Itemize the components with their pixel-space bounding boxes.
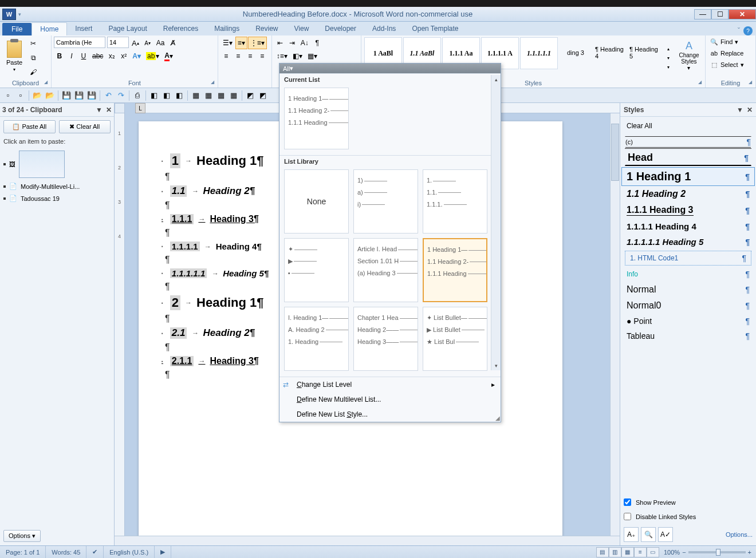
ribbon-minimize-icon[interactable]: ˇ (738, 27, 740, 35)
style-item-0[interactable]: (c)¶ (625, 136, 751, 149)
multilevel-list-button[interactable]: ⋮≡▾ (248, 37, 267, 49)
vertical-ruler[interactable]: 1234 (115, 113, 125, 536)
popup-menu-define-new-list-style-[interactable]: Define New List Style... (279, 407, 501, 422)
ribbon-tab-open-template[interactable]: Open Template (404, 22, 466, 35)
horizontal-scrollbar[interactable] (115, 536, 620, 545)
font-size-input[interactable] (107, 37, 129, 48)
ribbon-tab-page-layout[interactable]: Page Layout (100, 22, 155, 35)
style-heading-2[interactable]: ¶ Heading 5 (627, 37, 662, 69)
style-item-3[interactable]: 1.1 Heading 2¶ (621, 186, 755, 202)
ribbon-tab-references[interactable]: References (155, 22, 206, 35)
file-tab[interactable]: File (2, 23, 32, 35)
grow-font-button[interactable]: A▴ (129, 37, 141, 49)
align-right-button[interactable]: ≡ (245, 50, 256, 62)
clipboard-options-button[interactable]: Options ▾ (3, 530, 41, 542)
clipboard-item-2[interactable]: 📄Tadoussac 19 (0, 192, 114, 204)
highlight-button[interactable]: ab▾ (144, 50, 162, 62)
font-name-input[interactable] (54, 37, 105, 48)
qat-new[interactable]: ▫ (2, 90, 14, 101)
list-library-item-3[interactable]: ✦▶▪ (284, 238, 349, 302)
list-library-item-6[interactable]: I. Heading 1—A. Heading 21. Heading (284, 307, 349, 371)
ribbon-tab-add-ins[interactable]: Add-Ins (364, 22, 404, 35)
underline-button[interactable]: U (78, 50, 89, 62)
cut-button[interactable]: ✂ (27, 37, 39, 50)
qat-new2[interactable]: ▫ (15, 90, 26, 101)
ribbon-tab-home[interactable]: Home (32, 22, 67, 35)
qat-redo[interactable]: ↷ (115, 90, 127, 101)
replace-button[interactable]: abReplace (708, 48, 753, 58)
qat-b5[interactable]: ▦ (203, 90, 214, 101)
disable-linked-checkbox[interactable] (624, 513, 631, 520)
style-inspector-button[interactable]: 🔍 (641, 527, 656, 542)
shrink-font-button[interactable]: A▾ (142, 37, 153, 49)
zoom-out-button[interactable]: − (682, 549, 686, 556)
paste-button[interactable]: Paste▾ (2, 37, 26, 76)
minimize-button[interactable]: — (694, 9, 711, 19)
popup-menu-define-new-multilevel-list-[interactable]: Define New Multilevel List... (279, 392, 501, 407)
status-language[interactable]: English (U.S.) (104, 546, 155, 558)
justify-button[interactable]: ≡ (257, 50, 268, 62)
align-center-button[interactable]: ≡ (233, 50, 244, 62)
styles-scroll-down[interactable]: ▾ (663, 53, 674, 62)
status-proof-icon[interactable]: ✔ (86, 546, 104, 558)
style-gallery-item-4[interactable]: 1.1.1.1.1 (520, 37, 558, 69)
clear-all-button[interactable]: ✖ Clear All (59, 120, 111, 133)
qat-b1[interactable]: ◧ (148, 90, 160, 101)
shading-button[interactable]: ◧▾ (290, 50, 305, 62)
bold-button[interactable]: B (54, 50, 65, 62)
style-heading-1[interactable]: ¶ Heading 4 (593, 37, 627, 69)
zoom-in-button[interactable]: + (748, 549, 751, 556)
text-effects-button[interactable]: A▾ (130, 50, 143, 62)
style-item-11[interactable]: ● Point¶ (621, 314, 755, 329)
increase-indent-button[interactable]: ⇥ (286, 37, 298, 49)
styles-options-link[interactable]: Options... (726, 531, 753, 538)
show-preview-checkbox[interactable] (624, 498, 631, 506)
clipboard-pane-close-icon[interactable]: ✕ (106, 106, 112, 114)
copy-button[interactable]: ⧉ (27, 52, 39, 64)
numbering-button[interactable]: ≡▾ (235, 37, 247, 49)
font-color-button[interactable]: A▾ (162, 50, 175, 62)
current-list-preview[interactable]: 1 Heading 1—1.1 Heading 2-1.1.1 Heading (284, 88, 349, 149)
ribbon-tab-developer[interactable]: Developer (317, 22, 364, 35)
qat-undo[interactable]: ↶ (103, 90, 114, 101)
ribbon-tab-view[interactable]: View (286, 22, 317, 35)
decrease-indent-button[interactable]: ⇤ (274, 37, 286, 49)
styles-pane-close-icon[interactable]: ✕ (747, 106, 753, 114)
change-case-button[interactable]: Aa (154, 37, 167, 49)
italic-button[interactable]: I (66, 50, 77, 62)
style-clear-all[interactable]: Clear All (621, 119, 755, 133)
new-style-button[interactable]: A₊ (624, 527, 639, 542)
sort-button[interactable]: A↓ (298, 37, 311, 49)
style-item-1[interactable]: Head¶ (625, 150, 751, 166)
list-library-item-4[interactable]: Article I. HeadSection 1.01 H(a) Heading… (353, 238, 418, 302)
popup-scrollbar[interactable]: ▴▾ (491, 75, 501, 370)
style-item-2[interactable]: 1 Heading 1¶ (621, 167, 755, 186)
close-button[interactable]: ✕ (729, 9, 756, 19)
style-item-12[interactable]: Tableau¶ (621, 329, 755, 343)
qat-b4[interactable]: ▦ (190, 90, 202, 101)
zoom-value[interactable]: 100% (664, 549, 680, 556)
ribbon-tab-mailings[interactable]: Mailings (206, 22, 247, 35)
style-item-7[interactable]: 1. HTML Code1¶ (625, 251, 751, 266)
vertical-scrollbar[interactable] (610, 113, 620, 536)
clear-formatting-button[interactable]: A̸ (167, 37, 179, 49)
popup-menu-change-list-level[interactable]: ⇄Change List Level▸ (279, 377, 501, 392)
qat-print[interactable]: ⎙ (132, 90, 143, 101)
superscript-button[interactable]: x² (118, 50, 129, 62)
list-library-item-0[interactable]: None (284, 169, 349, 234)
ribbon-tab-insert[interactable]: Insert (67, 22, 100, 35)
qat-b6[interactable]: ▦ (215, 90, 227, 101)
find-button[interactable]: 🔍Find ▾ (708, 37, 753, 47)
styles-pane-drop-icon[interactable]: ▼ (737, 106, 743, 114)
qat-b3[interactable]: ◧ (174, 90, 185, 101)
list-library-item-8[interactable]: ✦ List Bullet—▶ List Bullet★ List Bul (423, 307, 487, 371)
view-web-layout[interactable]: ▦ (621, 547, 634, 557)
format-painter-button[interactable]: 🖌 (27, 66, 39, 78)
view-outline[interactable]: ≡ (634, 547, 647, 557)
style-item-10[interactable]: Normal0¶ (621, 298, 755, 314)
zoom-slider[interactable] (688, 551, 746, 553)
maximize-button[interactable]: ☐ (711, 9, 729, 19)
list-library-item-2[interactable]: 1.1.1.1.1.1. (423, 169, 487, 234)
tab-stop-indicator[interactable]: L (135, 103, 145, 113)
paste-all-button[interactable]: 📋 Paste All (3, 120, 56, 133)
